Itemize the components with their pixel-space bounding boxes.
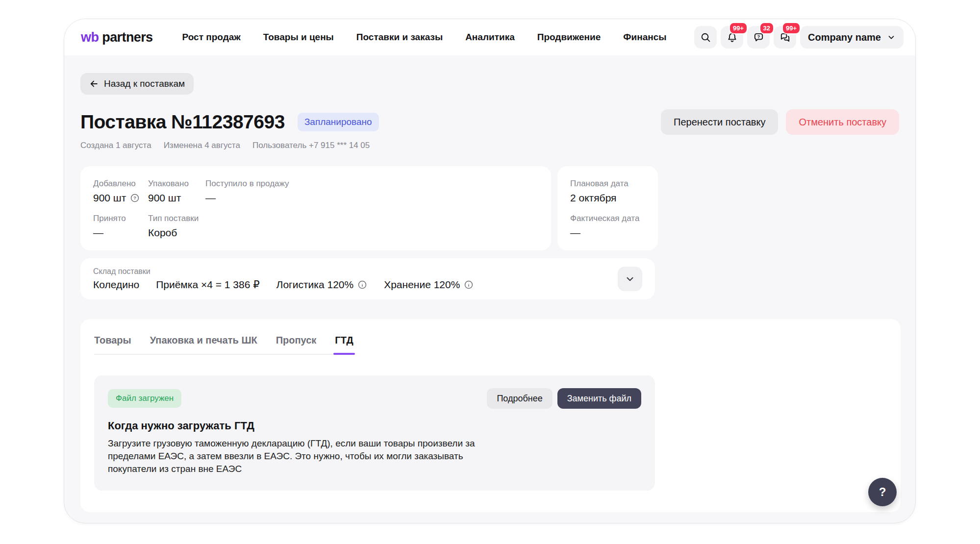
top-nav-bar: wb partners Рост продаж Товары и цены По… — [64, 19, 915, 55]
stat-accepted-value: — — [93, 227, 148, 239]
warehouse-card: Склад поставки Коледино Приёмка ×4 = 1 3… — [80, 258, 655, 299]
search-button[interactable] — [694, 26, 717, 49]
main-container: wb partners Рост продаж Товары и цены По… — [64, 19, 916, 523]
replace-file-button[interactable]: Заменить файл — [557, 388, 641, 409]
nav-item-supplies-orders[interactable]: Поставки и заказы — [356, 32, 443, 43]
stat-accepted: Принято — — [93, 214, 148, 239]
stat-actual-date: Фактическая дата — — [570, 214, 645, 239]
help-center-button[interactable]: ? 32 — [747, 26, 770, 49]
warehouse-storage-value: Хранение 120% — [384, 279, 460, 291]
warehouse-storage: Хранение 120% — [384, 279, 474, 291]
stat-on-sale-label: Поступило в продажу — [205, 179, 538, 189]
logo-wb-text: wb — [81, 30, 99, 45]
detail-tabs: Товары Упаковка и печать ШК Пропуск ГТД — [94, 331, 353, 355]
messages-button[interactable]: 99+ — [774, 26, 796, 49]
actual-date-value: — — [570, 227, 645, 239]
stat-supply-type: Тип поставки Короб — [148, 214, 205, 239]
actual-date-label: Фактическая дата — [570, 214, 645, 223]
nav-item-sales-growth[interactable]: Рост продаж — [182, 32, 241, 43]
page-title: Поставка №112387693 — [80, 111, 285, 133]
svg-text:?: ? — [757, 34, 760, 39]
stat-planned-date: Плановая дата 2 октября — [570, 179, 645, 204]
info-circle-icon[interactable] — [464, 280, 474, 290]
back-to-supplies-button[interactable]: Назад к поставкам — [80, 73, 194, 95]
stat-added-value: 900 шт — [93, 192, 126, 204]
stat-added-label: Добавлено — [93, 179, 148, 189]
file-uploaded-badge: Файл загружен — [108, 389, 181, 408]
help-count-badge: 32 — [759, 22, 774, 34]
stat-on-sale-value: — — [205, 192, 538, 204]
page: wb partners Рост продаж Товары и цены По… — [0, 0, 980, 544]
supply-meta: Создана 1 августа Изменена 4 августа Пол… — [80, 141, 899, 150]
summary-cards-row: Добавлено 900 шт ? Упаков — [80, 166, 899, 250]
cancel-supply-button[interactable]: Отменить поставку — [786, 109, 899, 135]
stat-packed-label: Упаковано — [148, 179, 205, 189]
status-badge: Запланировано — [298, 113, 379, 131]
info-circle-icon[interactable] — [357, 280, 367, 290]
tab-gtd[interactable]: ГТД — [335, 335, 353, 346]
nav-item-finance[interactable]: Финансы — [623, 32, 666, 43]
notifications-button[interactable]: 99+ — [721, 26, 743, 49]
planned-date-value: 2 октября — [570, 192, 645, 204]
title-row: Поставка №112387693 Запланировано Перене… — [80, 109, 899, 135]
nav-item-analytics[interactable]: Аналитика — [465, 32, 515, 43]
details-button[interactable]: Подробнее — [487, 388, 552, 409]
warehouse-acceptance: Приёмка ×4 = 1 386 ₽ — [156, 279, 259, 291]
wb-partners-logo[interactable]: wb partners — [81, 30, 153, 45]
messages-count-badge: 99+ — [782, 22, 801, 34]
supply-dates-card: Плановая дата 2 октября Фактическая дата… — [557, 166, 658, 250]
help-fab-button[interactable]: ? — [868, 478, 897, 506]
warehouse-info: Склад поставки Коледино Приёмка ×4 = 1 3… — [93, 267, 474, 291]
stat-packed-value: 900 шт — [148, 192, 205, 204]
warehouse-name: Коледино — [93, 279, 139, 291]
reschedule-supply-button[interactable]: Перенести поставку — [661, 109, 778, 135]
nav-item-promotion[interactable]: Продвижение — [537, 32, 601, 43]
stat-supply-type-label: Тип поставки — [148, 214, 205, 223]
warehouse-logistics-value: Логистика 120% — [276, 279, 354, 291]
logo-partners-text: partners — [102, 30, 152, 45]
planned-date-label: Плановая дата — [570, 179, 645, 189]
header-actions: 99+ ? 32 — [694, 26, 904, 49]
company-name-label: Company name — [808, 32, 881, 43]
gtd-heading: Когда нужно загружать ГТД — [108, 420, 641, 432]
stat-on-sale: Поступило в продажу — — [205, 179, 538, 204]
back-button-label: Назад к поставкам — [104, 78, 185, 89]
stat-supply-type-value: Короб — [148, 227, 205, 239]
gtd-actions: Подробнее Заменить файл — [487, 388, 641, 409]
supply-page: Назад к поставкам Поставка №112387693 За… — [64, 55, 915, 512]
question-circle-icon[interactable]: ? — [130, 193, 140, 203]
search-icon — [700, 32, 711, 43]
meta-user: Пользователь +7 915 *** 14 05 — [252, 141, 370, 150]
tab-packing-barcodes[interactable]: Упаковка и печать ШК — [150, 335, 257, 346]
nav-item-goods-prices[interactable]: Товары и цены — [263, 32, 334, 43]
chevron-down-icon — [625, 273, 635, 284]
main-navigation: Рост продаж Товары и цены Поставки и зак… — [182, 32, 667, 43]
meta-changed: Изменена 4 августа — [164, 141, 240, 150]
gtd-panel-header: Файл загружен Подробнее Заменить файл — [108, 388, 641, 409]
warehouse-label: Склад поставки — [93, 267, 474, 276]
arrow-left-icon — [89, 79, 99, 89]
stat-packed: Упаковано 900 шт — [148, 179, 205, 204]
stat-added: Добавлено 900 шт ? — [93, 179, 148, 204]
supply-stats-card: Добавлено 900 шт ? Упаков — [80, 166, 551, 250]
warehouse-expand-button[interactable] — [618, 267, 642, 291]
chevron-down-icon — [887, 33, 896, 42]
tab-pass[interactable]: Пропуск — [276, 335, 317, 346]
stat-accepted-label: Принято — [93, 214, 148, 223]
meta-created: Создана 1 августа — [80, 141, 151, 150]
warehouse-logistics: Логистика 120% — [276, 279, 368, 291]
company-selector[interactable]: Company name — [800, 26, 904, 49]
supply-detail-card: Товары Упаковка и печать ШК Пропуск ГТД … — [80, 319, 901, 512]
warehouse-values: Коледино Приёмка ×4 = 1 386 ₽ Логистика … — [93, 279, 474, 291]
supply-actions: Перенести поставку Отменить поставку — [661, 109, 899, 135]
svg-text:?: ? — [134, 196, 137, 200]
tab-goods[interactable]: Товары — [94, 335, 131, 346]
gtd-description: Загрузите грузовую таможенную декларацию… — [108, 437, 500, 476]
notifications-count-badge: 99+ — [729, 22, 748, 34]
gtd-panel: Файл загружен Подробнее Заменить файл Ко… — [94, 375, 655, 491]
